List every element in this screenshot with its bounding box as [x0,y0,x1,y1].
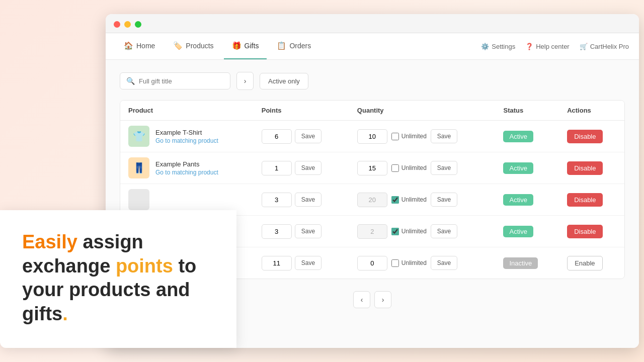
status-badge: Active [503,226,533,237]
nav-item-gifts[interactable]: 🎁 Gifts [224,33,267,59]
close-button[interactable] [114,21,120,28]
actions-cell-2: Disable [559,152,624,184]
settings-nav-item[interactable]: ⚙️ Settings [481,43,515,50]
help-nav-item[interactable]: ❓ Help center [525,43,569,50]
nav-item-orders[interactable]: 📋 Orders [269,33,319,59]
product-matching-link[interactable]: Go to matching product [155,137,218,144]
active-only-button[interactable]: Active only [260,73,308,89]
points-save-button[interactable]: Save [295,161,321,175]
nav-label-orders: Orders [289,42,311,50]
unlimited-checkbox[interactable] [391,259,399,267]
points-save-button[interactable]: Save [295,256,321,270]
points-controls: Save [262,256,341,270]
unlimited-checkbox[interactable] [391,228,399,235]
minimize-button[interactable] [124,21,131,28]
points-save-button[interactable]: Save [295,129,321,143]
points-save-button[interactable]: Save [295,193,321,207]
quantity-save-button[interactable]: Save [431,129,457,143]
points-cell-5: Save [254,247,349,279]
quantity-input[interactable] [357,161,387,175]
quantity-save-button[interactable]: Save [431,193,457,207]
product-matching-link[interactable]: Go to matching product [155,169,218,176]
points-cell-2: Save [254,152,349,184]
nav-item-home[interactable]: 🏠 Home [116,33,163,59]
unlimited-label: Unlimited [401,228,427,235]
search-submit-button[interactable]: › [236,72,254,90]
quantity-controls: Unlimited Save [357,193,488,207]
quantity-cell-2: Unlimited Save [349,152,496,184]
quantity-save-button[interactable]: Save [431,224,457,238]
product-info: 👕 Example T-Shirt Go to matching product [128,126,246,147]
unlimited-label: Unlimited [401,133,427,140]
points-save-button[interactable]: Save [295,224,321,238]
points-input[interactable] [262,193,292,207]
points-controls: Save [262,193,341,207]
unlimited-wrap: Unlimited [391,259,427,267]
actions-cell-1: Disable [559,121,624,152]
product-image: 👕 [128,126,149,147]
points-input[interactable] [262,224,292,239]
product-info [128,189,246,210]
col-product: Product [120,101,254,121]
unlimited-label: Unlimited [401,164,427,171]
maximize-button[interactable] [135,21,141,28]
toolbar: 🔍 › Active only [120,72,625,90]
nav-label-gifts: Gifts [245,42,259,50]
status-badge: Active [503,162,533,174]
pro-nav-item[interactable]: 🛒 CartHelix Pro [580,43,629,50]
gifts-icon: 🎁 [232,41,242,50]
points-cell-4: Save [254,216,349,247]
product-image: 👖 [128,157,149,178]
status-badge: Inactive [503,257,538,269]
unlimited-wrap: Unlimited [391,164,427,172]
settings-label: Settings [492,43,515,50]
orders-icon: 📋 [277,41,286,50]
points-input[interactable] [262,256,292,270]
disable-button[interactable]: Disable [567,193,603,207]
unlimited-wrap: Unlimited [391,133,427,140]
product-details: Example T-Shirt Go to matching product [155,129,218,144]
nav-label-home: Home [136,42,155,50]
quantity-input[interactable] [357,256,387,270]
table-header-row: Product Points Quantity Status Actions [120,101,624,121]
unlimited-checkbox[interactable] [391,164,399,172]
quantity-cell-3: Unlimited Save [349,184,496,216]
points-controls: Save [262,224,341,239]
status-badge: Active [503,131,533,142]
unlimited-wrap: Unlimited [391,228,427,235]
actions-cell-3: Disable [559,184,624,216]
nav-item-products[interactable]: 🏷️ Products [165,33,221,59]
product-image [128,189,149,210]
unlimited-label: Unlimited [401,259,427,266]
enable-button[interactable]: Enable [567,256,602,270]
status-cell-3: Active [495,184,559,216]
table-row: 👕 Example T-Shirt Go to matching product… [120,121,624,152]
quantity-save-button[interactable]: Save [431,256,457,270]
next-page-button[interactable]: › [374,291,391,308]
product-cell-1: 👕 Example T-Shirt Go to matching product [120,121,254,152]
unlimited-checkbox[interactable] [391,196,399,204]
search-input[interactable] [139,77,224,85]
status-cell-5: Inactive [495,247,559,279]
home-icon: 🏠 [124,41,133,50]
disable-button[interactable]: Disable [567,130,603,143]
unlimited-checkbox[interactable] [391,133,399,140]
quantity-cell-4: Unlimited Save [349,216,496,247]
help-label: Help center [536,43,569,50]
help-icon: ❓ [525,43,533,50]
product-name: Example T-Shirt [155,129,218,136]
quantity-input[interactable] [357,129,387,144]
quantity-save-button[interactable]: Save [431,161,457,175]
prev-page-button[interactable]: ‹ [353,291,370,308]
col-quantity: Quantity [349,101,496,121]
table-row: 👖 Example Pants Go to matching product S… [120,152,624,184]
points-input[interactable] [262,129,292,144]
actions-cell-4: Disable [559,216,624,247]
quantity-input[interactable] [357,224,387,239]
quantity-input[interactable] [357,193,387,207]
disable-button[interactable]: Disable [567,225,603,238]
disable-button[interactable]: Disable [567,161,603,175]
product-details: Example Pants Go to matching product [155,160,218,176]
search-box: 🔍 [120,72,230,89]
points-input[interactable] [262,161,292,175]
